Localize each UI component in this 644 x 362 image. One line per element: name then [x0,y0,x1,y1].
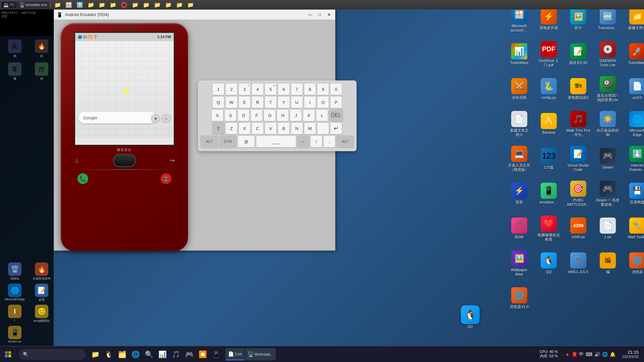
tray-keyboard-icon[interactable]: ⌨ [586,352,592,357]
key-w[interactable]: W [225,96,237,108]
taskbar-icon-6[interactable]: 🌐 [129,348,142,361]
key-alt-left[interactable]: ALT [201,135,218,147]
minimize-button[interactable]: — [307,11,314,18]
key-sym[interactable]: SYM [219,135,236,147]
icon-baidu-pan[interactable]: 💾 百度网盘 [624,177,644,210]
top-folder-3[interactable]: 📁 [97,1,107,9]
icon-leidian[interactable]: 雷9 雷电模拟器9 [565,72,592,106]
taskbar-pc-icon[interactable]: 💻 PC [1,2,17,8]
icon-bgm[interactable]: 🎵 BGM [506,212,533,245]
key-c[interactable]: C [252,122,264,134]
maximize-button[interactable]: □ [316,11,323,18]
left-icon-kong[interactable]: 控 控 [28,60,54,83]
icon-bian[interactable]: 编 编 [594,247,621,280]
key-z[interactable]: Z [225,122,237,134]
key-q[interactable]: Q [212,96,224,108]
icon-pcl23[interactable]: 📄 pcl23 [624,72,644,106]
key-4[interactable]: 4 [252,83,264,95]
key-shift[interactable]: ⇧ [212,122,224,134]
top-circle[interactable]: ⭕ [119,1,129,9]
icon-xunlei[interactable]: ⚡ 迅雷 [506,177,533,210]
key-comma[interactable]: , [323,135,335,147]
key-space[interactable]: ___ [256,135,296,147]
top-arrow-1[interactable]: ⬆️ [74,1,85,9]
icon-edge-left[interactable]: 🌐 Microsoft Edge [1,282,28,303]
key-o[interactable]: O [317,96,329,108]
taskbar-2txt[interactable]: 📄 2.txt [225,348,245,360]
icon-emulator-desktop[interactable]: 📱 emulator.... [535,177,562,210]
taskbar-icon-5[interactable]: 🗂️ [115,348,129,361]
icon-snooker[interactable]: 🎱 真实台球3D - 我的世界).txt [594,72,621,106]
top-window-1[interactable]: 🪟 [63,1,74,9]
close-button[interactable]: ✕ [326,11,332,18]
key-g[interactable]: G [264,109,276,121]
taskbar-icon-10[interactable]: 🎮 [182,348,196,361]
top-folder-1[interactable]: 📁 [52,1,63,9]
tray-speaker-icon[interactable]: 🔊 [594,352,600,357]
icon-browser1[interactable]: 🌐 浏览器 [624,247,644,280]
icon-qq-tray[interactable]: 🐧 QQ [461,305,480,328]
top-folder-10[interactable]: 📁 [185,1,196,9]
key-r[interactable]: R [252,96,264,108]
key-5[interactable]: %5 [265,83,277,95]
center-nav-button[interactable] [113,154,136,167]
icon-i[interactable]: I I [1,303,28,324]
key-x[interactable]: X [238,122,251,134]
icon-yy[interactable]: 📝 易语言5.93 [565,38,592,71]
taskbar-file-explorer[interactable]: 📁 [89,348,102,361]
key-1[interactable]: 1 [212,83,224,95]
end-call-button[interactable]: 📵 [161,173,171,184]
taskbar-workstation[interactable]: 🖥️ Workstati... [245,348,276,360]
key-9[interactable]: 9 [317,83,329,95]
key-a[interactable]: A [211,109,223,121]
taskbar-icon-7[interactable]: 🔍 [142,348,156,361]
icon-bidu-left[interactable]: 📝 必填 [28,282,54,303]
taskbar-icon-8[interactable]: 📊 [156,348,169,361]
key-7[interactable]: 7 [291,83,303,95]
phone-content[interactable]: Google + - [75,41,174,138]
emulator-taskbar-item[interactable]: 🖥️ emulator.exe [17,2,49,8]
key-y[interactable]: Y [278,96,290,108]
key-h[interactable]: H [277,109,289,121]
icon-daemon[interactable]: 💿 DAEMON Tools Lite [594,38,621,71]
icon-steam[interactable]: 🎮 Steam [594,142,621,176]
key-d[interactable]: D [237,109,250,121]
key-dash[interactable]: — [297,135,309,147]
icon-yuanri[interactable]: ☀️ 向日葵远程控制 [594,107,621,141]
tray-sougou-icon[interactable]: S [572,352,577,357]
key-8[interactable]: *8 [304,83,316,95]
top-folder-6[interactable]: 📁 [141,1,152,9]
key-at[interactable]: @ [237,135,255,147]
top-folder-9[interactable]: 📁 [174,1,185,9]
key-period[interactable]: . [317,122,329,134]
icon-vscode[interactable]: 📝 Visual Studio Code [565,142,592,176]
tray-chinese-icon[interactable]: 中 [579,351,584,357]
key-e[interactable]: E [238,96,251,108]
key-2[interactable]: 2 [225,83,237,95]
key-alt-right[interactable]: ALT [336,135,354,147]
icon-1txt[interactable]: 📄 1.txt [594,212,621,245]
key-3[interactable]: #3 [238,83,251,95]
icon-hmcl[interactable]: ⛏️ HMCL-3.5.5 [565,247,592,280]
taskbar-icon-12[interactable]: 📱 [209,348,223,361]
icon-huohu[interactable]: 🔥 火绒安全软件 [28,261,54,282]
key-b[interactable]: B [278,122,290,134]
icon-turbowarp[interactable]: 🚀 TurboWarp [624,38,644,71]
icon-steam-game[interactable]: 🎮 Steam 一 高质量游戏... [594,177,621,210]
icon-qq[interactable]: 🐧 QQ [535,247,562,280]
zoom-out-button[interactable]: - [162,114,171,123]
icon-browserv10[interactable]: 🌐 浏览器V1.0 [506,282,533,315]
zoom-in-button[interactable]: + [151,114,160,123]
key-enter[interactable]: ↵ [330,122,342,134]
key-f[interactable]: F [251,109,263,121]
key-k[interactable]: K [303,109,315,121]
start-button[interactable] [0,346,16,362]
top-folder-4[interactable]: 📁 [108,1,118,9]
key-6[interactable]: 6 [278,83,290,95]
top-folder-7[interactable]: 📁 [152,1,163,9]
key-p[interactable]: P [330,96,342,108]
taskbar-icon-9[interactable]: 🎵 [169,348,182,361]
home-button[interactable]: ⌂ [71,155,83,167]
back-button[interactable]: ↩ [166,155,178,167]
icon-4399[interactable]: 4399 4399.txt [565,212,592,245]
